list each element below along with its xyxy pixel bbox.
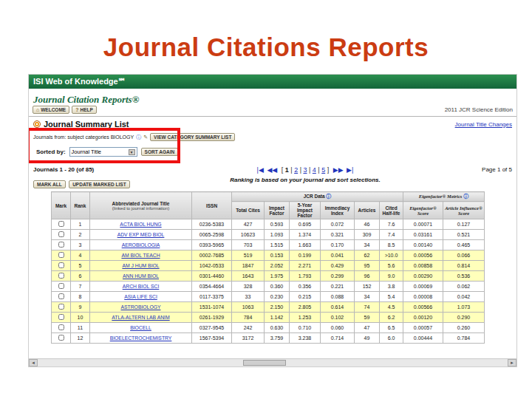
mark-buttons: MARK ALL UPDATE MARKED LIST (33, 176, 160, 189)
metric-cell: 0.03161 (403, 230, 443, 240)
info-icon[interactable]: ⓘ (326, 194, 331, 199)
page-number-2[interactable]: 2 (294, 166, 298, 174)
info-icon[interactable]: ⓘ (136, 134, 141, 141)
welcome-button-label: WELCOME (41, 107, 66, 112)
issn-cell: 0354-4664 (192, 282, 232, 292)
metric-cell: 0.784 (443, 333, 485, 344)
journal-link[interactable]: AM BIOL TEACH (121, 253, 160, 258)
group-eigenfactor-metrics: Eigenfactor® Metrics ⓘ (403, 192, 485, 202)
issn-cell: 0393-5965 (192, 240, 232, 250)
table-row: 9ASTROBIOLOGY1531-107410632.1502.8050.61… (52, 302, 485, 313)
journal-title-cell: AEROBIOLOGIA (90, 240, 192, 250)
table-row: 3AEROBIOLOGIA0393-59657031.5151.6630.170… (52, 240, 485, 250)
metric-cell: 0.321 (321, 230, 355, 240)
journals-from-row: Journals from: subject categories BIOLOG… (33, 133, 512, 141)
rank-cell: 3 (71, 240, 90, 250)
journal-link[interactable]: ADV EXP MED BIOL (117, 232, 165, 237)
journal-title-cell: ASTROBIOLOGY (90, 302, 192, 313)
mark-checkbox[interactable] (58, 304, 64, 310)
mark-checkbox[interactable] (58, 242, 64, 248)
sort-dropdown[interactable]: Journal Title ▼ (69, 147, 137, 157)
table-row: 8ASIA LIFE SCI0117-3375330.2300.2150.088… (52, 292, 485, 302)
page-number-5[interactable]: 5 (321, 166, 325, 174)
sorted-by-row: Sorted by: Journal Title ▼ SORT AGAIN (36, 147, 512, 157)
mark-cell (52, 271, 71, 282)
journal-link[interactable]: AM J HUM BIOL (122, 263, 159, 268)
metric-cell: 0.062 (443, 282, 485, 292)
journal-link[interactable]: ARCH BIOL SCI (123, 284, 160, 289)
metric-cell: 152 (355, 282, 380, 292)
scroll-right-icon[interactable]: ► (508, 359, 516, 366)
next-page-button[interactable]: ▶▶ (333, 166, 344, 174)
mark-checkbox[interactable] (58, 221, 64, 227)
metric-cell: 7.4 (380, 230, 403, 240)
jcr-screenshot: ISI Web of Knowledge℠ Journal Citation R… (28, 74, 517, 367)
metric-cell: 1847 (232, 261, 265, 271)
journal-link[interactable]: ASTROBIOLOGY (120, 304, 160, 310)
mark-checkbox[interactable] (58, 262, 64, 268)
info-icon[interactable]: ⓘ (463, 194, 468, 199)
metric-cell: 0.356 (290, 282, 321, 292)
mark-checkbox[interactable] (58, 335, 64, 341)
metric-cell: 59 (355, 313, 380, 323)
wok-banner-text: ISI Web of Knowledge℠ (33, 77, 126, 86)
mark-checkbox[interactable] (58, 252, 64, 258)
metric-cell: 0.127 (443, 219, 485, 230)
prev-page-button[interactable]: ◀◀ (267, 166, 277, 174)
metric-cell: 74 (355, 302, 380, 313)
first-page-button[interactable]: |◀ (257, 166, 264, 174)
journal-link[interactable]: ACTA BIOL HUNG (120, 222, 161, 227)
journal-link[interactable]: AEROBIOLOGIA (122, 242, 160, 248)
mark-checkbox[interactable] (58, 324, 64, 330)
pagination: |◀ ◀◀ [ 1 | 2 | 3 | 4 | 5 ] ▶▶ ▶| (160, 166, 450, 174)
horizontal-scrollbar[interactable]: ◄ ► (29, 358, 516, 366)
col-total-cites: Total Cites (232, 202, 265, 219)
sort-again-button[interactable]: SORT AGAIN (141, 148, 179, 156)
metric-cell: 1.793 (290, 271, 321, 282)
journal-title-changes-link[interactable]: Journal Title Changes (455, 121, 512, 128)
metric-cell: 33 (232, 292, 265, 302)
update-marked-list-button[interactable]: UPDATE MARKED LIST (69, 180, 129, 188)
metric-cell: 1.093 (265, 230, 290, 240)
journal-link[interactable]: BIOELECTROCHEMISTRY (110, 335, 172, 341)
welcome-button[interactable]: ⌂ WELCOME (33, 106, 69, 114)
metric-cell: 784 (232, 313, 265, 323)
sorted-by-label: Sorted by: (36, 149, 66, 155)
journal-link[interactable]: ANN HUM BIOL (123, 273, 159, 279)
rank-cell: 9 (71, 302, 90, 313)
issn-cell: 0301-4460 (192, 271, 232, 282)
rank-cell: 10 (71, 313, 90, 323)
pagination-pages[interactable]: [ 1 | 2 | 3 | 4 | 5 ] (282, 166, 329, 174)
page-number-1[interactable]: 1 (285, 166, 289, 174)
last-page-button[interactable]: ▶| (347, 166, 353, 174)
metric-cell: 1063 (232, 302, 265, 313)
metric-cell: 0.710 (290, 323, 321, 333)
metric-cell: 0.00120 (403, 313, 443, 323)
mark-checkbox[interactable] (58, 314, 64, 320)
journal-title-cell: AM J HUM BIOL (90, 261, 192, 271)
edit-icon[interactable]: ✎ (143, 134, 148, 140)
col-mark: Mark (52, 192, 71, 219)
page-indicator: Page 1 of 5 (482, 166, 512, 173)
mark-checkbox[interactable] (58, 231, 64, 237)
journal-link[interactable]: ATLA-ALTERN LAB ANIM (112, 315, 169, 320)
metric-cell: 0.102 (321, 313, 355, 323)
mark-checkbox[interactable] (58, 283, 64, 289)
view-category-summary-button[interactable]: VIEW CATEGORY SUMMARY LIST (150, 133, 235, 141)
page-number-4[interactable]: 4 (313, 166, 316, 174)
sort-dropdown-value: Journal Title (72, 149, 101, 155)
mark-checkbox[interactable] (58, 273, 64, 279)
scroll-left-icon[interactable]: ◄ (29, 359, 38, 366)
metric-cell: 0.00008 (403, 292, 443, 302)
table-row: 11BIOCELL0327-95452420.6300.7100.060476.… (52, 323, 485, 333)
page-number-3[interactable]: 3 (303, 166, 307, 174)
mark-all-button[interactable]: MARK ALL (33, 180, 66, 188)
journal-link[interactable]: ASIA LIFE SCI (124, 294, 157, 299)
journal-link[interactable]: BIOCELL (130, 325, 151, 330)
metric-cell: 0.00071 (403, 219, 443, 230)
scrollbar-thumb[interactable] (243, 360, 286, 366)
metric-cell: 34 (355, 240, 380, 250)
mark-checkbox[interactable] (58, 293, 64, 299)
presentation-slide: Journal Citations Reports ISI Web of Kno… (0, 0, 532, 399)
help-button[interactable]: ? HELP (72, 106, 97, 114)
